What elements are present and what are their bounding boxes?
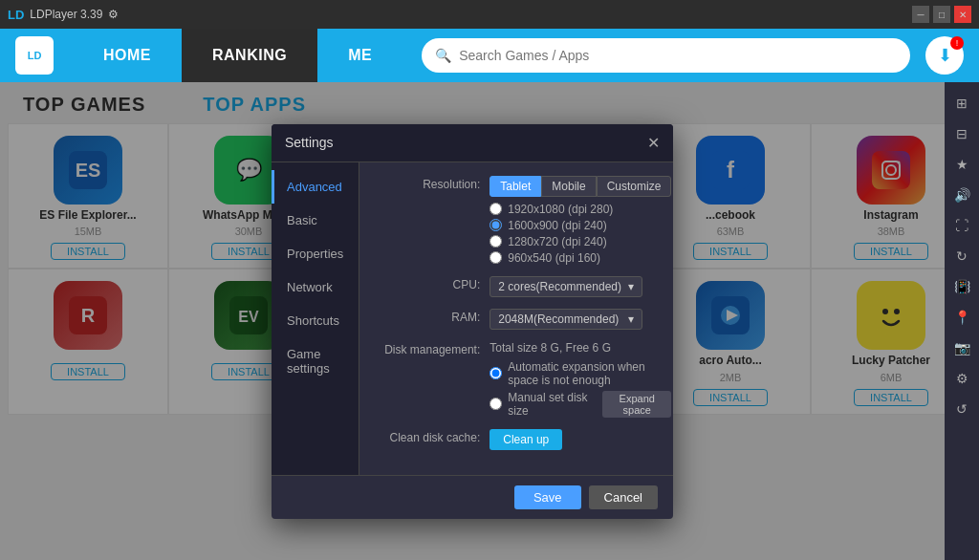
disk-options: Automatic expansion when space is not en…	[490, 360, 671, 418]
ram-row: RAM: 2048M(Recommended) ▾	[375, 309, 671, 330]
minimize-button[interactable]: ─	[912, 6, 929, 23]
download-icon: ⬇	[938, 45, 952, 66]
cpu-row: CPU: 2 cores(Recommended) ▾	[375, 276, 671, 297]
resolution-tabs: Tablet Mobile Customize	[490, 176, 671, 197]
nav-game-settings[interactable]: Game settings	[272, 337, 359, 385]
nav-properties[interactable]: Properties	[272, 237, 359, 270]
modal-nav: Advanced Basic Properties Network Shortc…	[272, 162, 359, 475]
cpu-value: 2 cores(Recommended) ▾	[490, 276, 671, 297]
resolution-options: 1920x1080 (dpi 280) 1600x900 (dpi 240) 1…	[490, 203, 671, 265]
nav-basic[interactable]: Basic	[272, 204, 359, 237]
modal-title: Settings	[285, 135, 334, 150]
res-option-960[interactable]: 960x540 (dpi 160)	[490, 251, 671, 265]
sidebar-icon-apps[interactable]: ⊟	[948, 120, 975, 147]
cleanup-button[interactable]: Clean up	[490, 429, 562, 450]
tab-home[interactable]: HOME	[73, 29, 182, 82]
download-button[interactable]: ⬇ !	[925, 36, 964, 75]
tab-me[interactable]: ME	[317, 29, 402, 82]
settings-content: Resolution: Tablet Mobile Customize 1920	[359, 162, 673, 475]
disk-manual-option[interactable]: Manual set disk size Expand space	[490, 391, 671, 418]
dropdown-arrow-ram: ▾	[628, 312, 634, 326]
titlebar-left: LD LDPlayer 3.39 ⚙	[8, 8, 119, 22]
settings-icon[interactable]: ⚙	[108, 8, 119, 21]
res-tab-customize[interactable]: Customize	[597, 176, 672, 197]
clean-value: Clean up	[490, 429, 671, 450]
ram-dropdown[interactable]: 2048M(Recommended) ▾	[490, 309, 642, 330]
search-input[interactable]	[459, 48, 897, 63]
app-title: LDPlayer 3.39	[30, 8, 102, 21]
close-button[interactable]: ✕	[954, 6, 971, 23]
settings-modal: Settings ✕ Advanced Basic Properties Net…	[272, 124, 673, 519]
disk-auto-option[interactable]: Automatic expansion when space is not en…	[490, 360, 671, 387]
maximize-button[interactable]: □	[933, 6, 950, 23]
ram-label: RAM:	[375, 309, 480, 324]
disk-value: Total size 8 G, Free 6 G Automatic expan…	[490, 341, 671, 418]
right-sidebar: ⊞ ⊟ ★ 🔊 ⛶ ↻ 📳 📍 📷 ⚙ ↺	[945, 82, 979, 560]
cpu-dropdown[interactable]: 2 cores(Recommended) ▾	[490, 276, 642, 297]
modal-close-button[interactable]: ✕	[647, 134, 660, 152]
sidebar-icon-location[interactable]: 📍	[948, 304, 975, 331]
sidebar-icon-star[interactable]: ★	[948, 151, 975, 178]
clean-row: Clean disk cache: Clean up	[375, 429, 671, 450]
titlebar-controls: ─ □ ✕	[912, 6, 971, 23]
sidebar-icon-shake[interactable]: 📳	[948, 273, 975, 300]
sidebar-icon-rotate[interactable]: ↻	[948, 243, 975, 269]
navbar: LD HOME RANKING ME 🔍 ⬇ !	[0, 29, 979, 82]
sidebar-icon-volume[interactable]: 🔊	[948, 182, 975, 208]
search-icon: 🔍	[435, 48, 451, 63]
sidebar-icon-refresh[interactable]: ↺	[948, 396, 975, 422]
search-bar[interactable]: 🔍	[422, 38, 910, 73]
nav-shortcuts[interactable]: Shortcuts	[272, 304, 359, 337]
modal-overlay: Settings ✕ Advanced Basic Properties Net…	[0, 82, 945, 560]
sidebar-icon-camera[interactable]: 📷	[948, 334, 975, 361]
cancel-button[interactable]: Cancel	[589, 485, 658, 509]
ram-value: 2048M(Recommended) ▾	[490, 309, 671, 330]
nav-network[interactable]: Network	[272, 270, 359, 304]
sidebar-icon-fullscreen[interactable]: ⛶	[948, 212, 975, 239]
dropdown-arrow-cpu: ▾	[628, 280, 634, 293]
nav-logo: LD	[15, 36, 54, 75]
nav-advanced[interactable]: Advanced	[272, 170, 359, 204]
resolution-label: Resolution:	[375, 176, 480, 191]
modal-body: Advanced Basic Properties Network Shortc…	[272, 162, 673, 475]
res-option-1920[interactable]: 1920x1080 (dpi 280)	[490, 203, 671, 216]
disk-total: Total size 8 G, Free 6 G	[490, 341, 671, 355]
modal-header: Settings ✕	[272, 124, 673, 162]
sidebar-icon-grid[interactable]: ⊞	[948, 90, 975, 117]
save-button[interactable]: Save	[514, 485, 581, 509]
content-area: TOP GAMES TOP APPS ES ES File Explorer..…	[0, 82, 979, 560]
resolution-value: Tablet Mobile Customize 1920x1080 (dpi 2…	[490, 176, 671, 265]
download-badge: !	[950, 36, 964, 50]
sidebar-icon-settings[interactable]: ⚙	[948, 365, 975, 392]
disk-row: Disk management: Total size 8 G, Free 6 …	[375, 341, 671, 418]
disk-label: Disk management:	[375, 341, 480, 356]
titlebar: LD LDPlayer 3.39 ⚙ ─ □ ✕	[0, 0, 979, 29]
tab-ranking[interactable]: RANKING	[182, 29, 317, 82]
res-tab-tablet[interactable]: Tablet	[490, 176, 541, 197]
clean-label: Clean disk cache:	[375, 429, 480, 444]
app-logo-icon: LD	[8, 8, 24, 22]
res-tab-mobile[interactable]: Mobile	[541, 176, 596, 197]
cpu-label: CPU:	[375, 276, 480, 291]
res-option-1600[interactable]: 1600x900 (dpi 240)	[490, 219, 671, 232]
res-option-1280[interactable]: 1280x720 (dpi 240)	[490, 235, 671, 248]
resolution-row: Resolution: Tablet Mobile Customize 1920	[375, 176, 671, 265]
expand-space-button[interactable]: Expand space	[602, 391, 671, 418]
modal-footer: Save Cancel	[272, 475, 673, 519]
